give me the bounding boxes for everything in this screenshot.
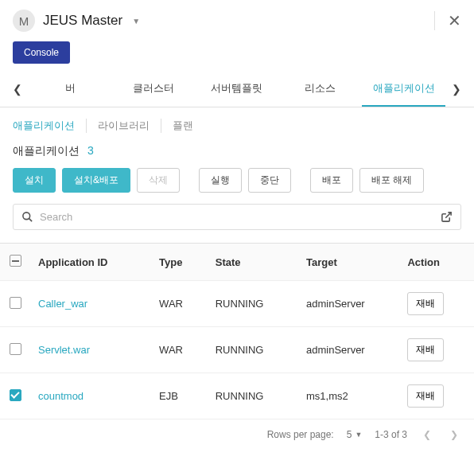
- chevron-down-icon: ▼: [355, 431, 362, 439]
- sub-tab-0[interactable]: 애플리케이션: [13, 119, 86, 133]
- section-title: 애플리케이션 3: [0, 141, 474, 168]
- th-target[interactable]: Target: [298, 244, 399, 281]
- table-row: Servlet.warWARRUNNINGadminServer재배: [0, 327, 474, 373]
- th-type[interactable]: Type: [151, 244, 208, 281]
- th-app-id[interactable]: Application ID: [30, 244, 151, 281]
- app-id-link[interactable]: Caller_war: [38, 298, 87, 310]
- app-id-link[interactable]: countmod: [38, 390, 84, 402]
- table-wrap: Application ID Type State Target Action …: [0, 243, 474, 419]
- action-bar: 설치 설치&배포 삭제 실행 중단 배포 배포 해제: [0, 168, 474, 204]
- page-next-icon[interactable]: ❯: [447, 429, 461, 440]
- search-bar: [13, 204, 461, 230]
- page-prev-icon[interactable]: ❮: [420, 429, 434, 440]
- avatar: M: [13, 10, 35, 32]
- th-state[interactable]: State: [208, 244, 298, 281]
- page-title: JEUS Master: [43, 13, 122, 29]
- stop-button[interactable]: 중단: [248, 168, 291, 193]
- table-row: Caller_warWARRUNNINGadminServer재배: [0, 281, 474, 327]
- applications-table: Application ID Type State Target Action …: [0, 244, 474, 419]
- row-checkbox[interactable]: [10, 343, 21, 355]
- cell-target: adminServer: [298, 327, 399, 373]
- row-action-button[interactable]: 재배: [407, 338, 444, 361]
- cell-state: RUNNING: [208, 281, 298, 327]
- table-row: countmodEJBRUNNINGms1,ms2재배: [0, 373, 474, 419]
- sub-tab-2[interactable]: 플랜: [161, 119, 204, 133]
- nav-tab-1[interactable]: 클러스터: [112, 72, 196, 107]
- run-button[interactable]: 실행: [199, 168, 242, 193]
- undeploy-button[interactable]: 배포 해제: [359, 168, 424, 193]
- external-link-icon[interactable]: [441, 211, 453, 223]
- cell-type: WAR: [151, 281, 208, 327]
- cell-target: ms1,ms2: [298, 373, 399, 419]
- delete-button[interactable]: 삭제: [137, 168, 180, 193]
- sub-tab-1[interactable]: 라이브러리: [87, 119, 161, 133]
- svg-point-0: [23, 213, 30, 220]
- cell-type: WAR: [151, 327, 208, 373]
- row-action-button[interactable]: 재배: [407, 292, 444, 315]
- install-button[interactable]: 설치: [13, 168, 56, 193]
- cell-type: EJB: [151, 373, 208, 419]
- pagination: Rows per page: 5 ▼ 1-3 of 3 ❮ ❯: [0, 419, 474, 450]
- rows-per-page-label: Rows per page:: [267, 429, 334, 440]
- page-size-select[interactable]: 5 ▼: [347, 429, 363, 440]
- search-icon: [21, 211, 33, 223]
- deploy-button[interactable]: 배포: [310, 168, 353, 193]
- cell-target: adminServer: [298, 281, 399, 327]
- nav-prev-icon[interactable]: ❮: [6, 83, 29, 96]
- nav-tab-2[interactable]: 서버템플릿: [196, 72, 279, 107]
- row-action-button[interactable]: 재배: [407, 384, 444, 408]
- search-input[interactable]: [40, 211, 441, 223]
- title-dropdown-caret[interactable]: ▼: [132, 17, 140, 25]
- page-size-value: 5: [347, 429, 352, 440]
- nav-tab-4[interactable]: 애플리케이션: [362, 72, 445, 107]
- row-checkbox[interactable]: [10, 297, 21, 309]
- row-checkbox[interactable]: [10, 389, 21, 401]
- app-id-link[interactable]: Servlet.war: [38, 344, 90, 356]
- nav-tabs: ❮ 버 클러스터 서버템플릿 리소스 애플리케이션 ❯: [0, 72, 474, 107]
- nav-next-icon[interactable]: ❯: [445, 83, 468, 96]
- select-all-checkbox[interactable]: [10, 255, 21, 267]
- svg-line-1: [29, 218, 32, 221]
- nav-tab-0[interactable]: 버: [29, 72, 112, 107]
- th-action: Action: [399, 244, 474, 281]
- cell-state: RUNNING: [208, 373, 298, 419]
- sub-tabs: 애플리케이션 라이브러리 플랜: [0, 107, 474, 141]
- page-range: 1-3 of 3: [375, 429, 407, 440]
- install-deploy-button[interactable]: 설치&배포: [62, 168, 130, 193]
- nav-tab-3[interactable]: 리소스: [278, 72, 362, 107]
- cell-state: RUNNING: [208, 327, 298, 373]
- section-title-text: 애플리케이션: [13, 144, 80, 157]
- svg-line-2: [445, 213, 451, 218]
- console-button[interactable]: Console: [13, 41, 70, 64]
- close-icon[interactable]: ✕: [434, 11, 461, 30]
- section-count: 3: [87, 144, 94, 157]
